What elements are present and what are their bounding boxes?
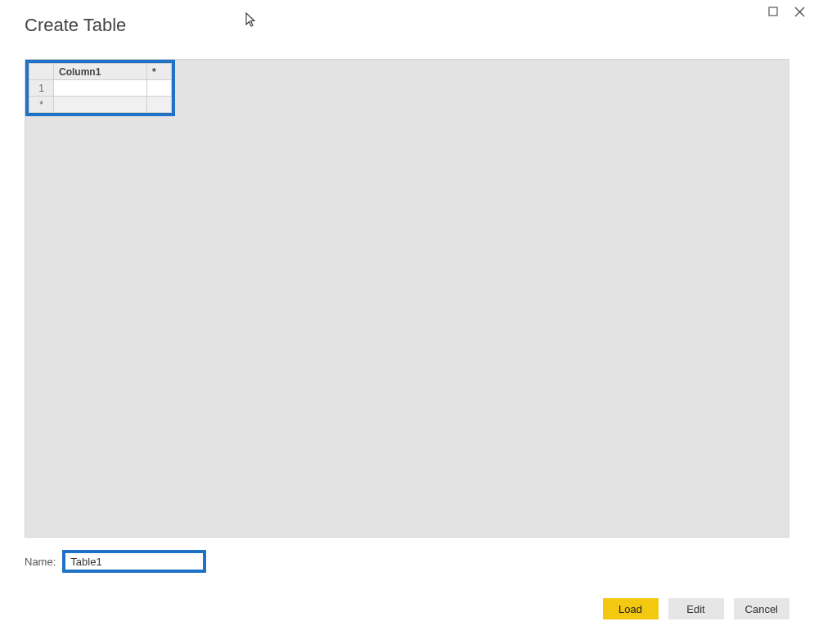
table-canvas: Column1 * 1 * xyxy=(25,59,789,538)
table-row: 1 xyxy=(29,80,172,97)
window-titlebar-buttons xyxy=(763,0,814,20)
add-column-cell[interactable] xyxy=(147,97,172,113)
maximize-button[interactable] xyxy=(763,3,783,20)
name-input-wrapper xyxy=(62,550,206,573)
row-number[interactable]: 1 xyxy=(29,80,54,97)
table-name-input[interactable] xyxy=(65,554,203,569)
new-row-marker[interactable]: * xyxy=(29,97,54,113)
cancel-button[interactable]: Cancel xyxy=(734,598,789,619)
table-row: * xyxy=(29,97,172,113)
data-grid[interactable]: Column1 * 1 * xyxy=(25,60,175,116)
dialog-title: Create Table xyxy=(25,15,126,36)
load-button[interactable]: Load xyxy=(603,598,659,619)
row-header-corner[interactable] xyxy=(29,64,54,80)
dialog-buttons: Load Edit Cancel xyxy=(603,598,789,619)
data-cell[interactable] xyxy=(54,80,147,97)
svg-rect-0 xyxy=(769,7,777,16)
edit-button[interactable]: Edit xyxy=(668,598,724,619)
cursor-icon xyxy=(245,12,260,29)
add-column-header[interactable]: * xyxy=(147,64,172,80)
close-button[interactable] xyxy=(789,3,809,20)
add-column-cell[interactable] xyxy=(147,80,172,97)
header-row: Column1 * xyxy=(29,64,172,80)
name-label: Name: xyxy=(25,556,56,568)
data-cell[interactable] xyxy=(54,97,147,113)
column-header[interactable]: Column1 xyxy=(54,64,147,80)
name-row: Name: xyxy=(25,550,206,573)
